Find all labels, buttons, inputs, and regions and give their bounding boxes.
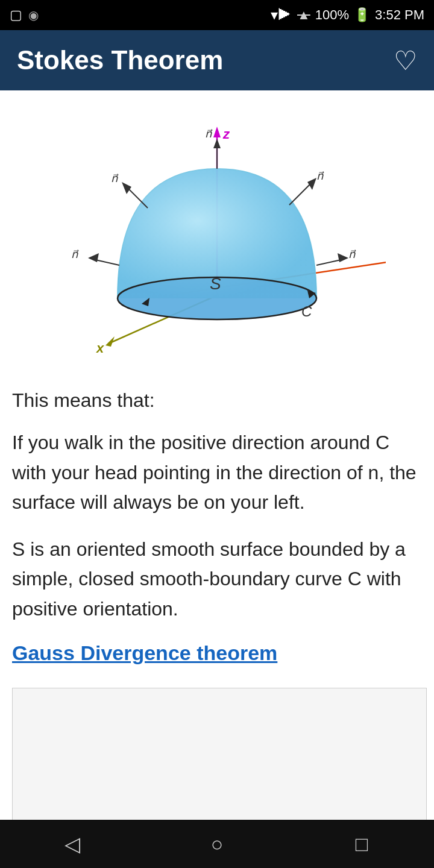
app-bar: Stokes Theorem ♡ [0,30,434,90]
svg-text:z: z [222,127,230,142]
circle-icon: ◉ [28,8,39,22]
signal-off-icon: ▲ [297,7,310,23]
stokes-diagram: z y x [12,108,422,368]
recent-apps-button[interactable]: □ [338,826,386,862]
time-display: 3:52 PM [375,7,424,23]
svg-marker-26 [122,182,131,194]
main-content: z y x [0,90,434,851]
battery-percent: 100% [315,7,349,23]
page-title: Stokes Theorem [17,45,223,75]
paragraph-surface: S is an oriented smooth surface bounded … [12,535,422,624]
status-bar: ▢ ◉ ▾⯈ ▲ 100% 🔋 3:52 PM [0,0,434,30]
home-button[interactable]: ○ [193,826,241,862]
wifi-icon: ▾⯈ [271,7,292,24]
bottom-nav-bar: ◁ ○ □ [0,820,434,868]
status-left-icons: ▢ ◉ [10,7,39,23]
stokes-theorem-svg: z y x [48,108,386,368]
svg-marker-20 [338,253,348,262]
square-icon: ▢ [10,7,22,23]
advertisement-box [12,688,427,838]
svg-marker-1 [213,127,221,137]
svg-text:n⃗: n⃗ [205,128,213,140]
svg-marker-14 [213,139,221,148]
svg-text:n⃗: n⃗ [348,248,356,260]
svg-text:x: x [96,341,104,356]
section-label: This means that: [12,386,422,415]
back-button[interactable]: ◁ [48,826,96,862]
battery-icon: 🔋 [354,7,370,23]
paragraph-walk: If you walk in the positive direction ar… [12,428,422,518]
gauss-divergence-link[interactable]: Gauss Divergence theorem [12,641,277,665]
svg-marker-17 [307,178,316,190]
svg-marker-23 [88,253,99,262]
svg-text:n⃗: n⃗ [71,248,79,260]
svg-text:n⃗: n⃗ [316,170,324,182]
svg-text:n⃗: n⃗ [111,172,119,184]
status-right-icons: ▾⯈ ▲ 100% 🔋 3:52 PM [271,7,424,24]
favorite-button[interactable]: ♡ [394,45,417,76]
svg-text:C: C [301,303,312,319]
